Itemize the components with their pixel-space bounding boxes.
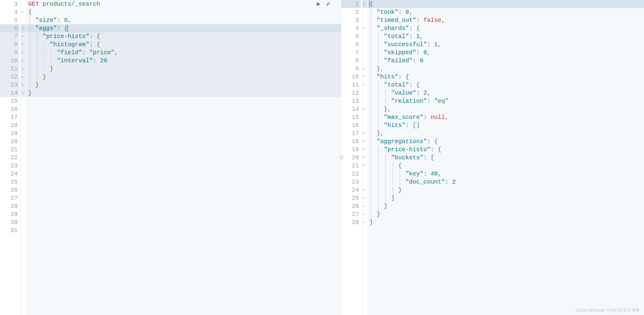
fold-marker[interactable]: ▴ <box>21 57 26 65</box>
code-line[interactable]: │ │ │ ] <box>368 194 644 202</box>
line-number: 19 <box>0 129 19 137</box>
code-line[interactable] <box>26 154 341 162</box>
request-editor[interactable]: GET products/_search{│ "size": 0,│ "aggs… <box>26 0 341 315</box>
code-line[interactable] <box>26 121 341 129</box>
code-line[interactable] <box>26 97 341 105</box>
watermark: CSDN @Elastic 中国社区官方博客 <box>575 308 640 313</box>
code-line[interactable]: │ │ │ │ "interval": 20 <box>26 57 341 65</box>
code-line[interactable]: │ │ "skipped": 0, <box>368 49 644 57</box>
fold-marker[interactable]: ▴ <box>21 49 26 57</box>
code-line[interactable]: │ "size": 0, <box>26 16 341 24</box>
code-line[interactable]: │ │ │ │ "field": "price", <box>26 49 341 57</box>
code-line[interactable]: GET products/_search <box>26 0 341 8</box>
code-line[interactable]: │ }, <box>368 129 644 137</box>
fold-gutter[interactable]: ▾▾▴▾▾▴▴▾▾▾▾▴▴▴▴▴ <box>362 0 367 315</box>
code-line[interactable] <box>26 113 341 121</box>
code-line[interactable]: { <box>368 0 644 8</box>
fold-marker[interactable]: ▴ <box>362 194 367 202</box>
code-line[interactable]: │ │ │ │ │ "doc_count": 2 <box>368 178 644 186</box>
code-line[interactable]: │ │ │ │ │ "key": 40, <box>368 170 644 178</box>
code-line[interactable]: │ │ "price-histo": { <box>368 146 644 154</box>
pane-splitter[interactable]: || <box>339 155 343 160</box>
code-line[interactable]: │ │ │ "buckets": [ <box>368 154 644 162</box>
fold-marker <box>362 178 367 186</box>
code-line[interactable]: │ │ "successful": 1, <box>368 40 644 49</box>
options-button[interactable] <box>325 1 332 8</box>
line-number: 31 <box>0 226 19 234</box>
code-line[interactable]: │ "_shards": { <box>368 24 644 32</box>
fold-marker[interactable]: ▴ <box>362 65 367 73</box>
code-line[interactable] <box>26 194 341 202</box>
code-line[interactable]: │ │ "hits": [] <box>368 121 644 129</box>
code-line[interactable] <box>26 226 341 234</box>
line-number: 23 <box>0 162 19 170</box>
code-line[interactable] <box>26 202 341 210</box>
fold-marker[interactable]: ▴ <box>362 105 367 113</box>
code-line[interactable]: } <box>368 218 644 226</box>
fold-marker[interactable]: ▾ <box>362 81 367 89</box>
code-line[interactable] <box>26 218 341 226</box>
code-line[interactable]: │ │ │ │ } <box>368 186 644 194</box>
run-button[interactable] <box>315 1 322 8</box>
fold-marker[interactable]: ▴ <box>21 73 26 81</box>
fold-marker[interactable]: ▾ <box>362 73 367 81</box>
fold-marker[interactable]: ▾ <box>21 40 26 49</box>
code-line[interactable] <box>26 178 341 186</box>
code-line[interactable]: │ } <box>368 210 644 218</box>
fold-marker[interactable]: ▾ <box>21 8 26 16</box>
code-line[interactable] <box>26 137 341 146</box>
fold-marker[interactable]: ▾ <box>362 146 367 154</box>
code-line[interactable]: │ "timed_out": false, <box>368 16 644 24</box>
code-line[interactable]: { <box>26 8 341 16</box>
fold-marker[interactable]: ▾ <box>362 24 367 32</box>
fold-gutter[interactable]: ▾▾▾▾▴▴▴▴▴▴ <box>21 0 26 315</box>
code-line[interactable]: │ │ "price-histo": { <box>26 32 341 40</box>
code-line[interactable]: │ │ } <box>368 202 644 210</box>
code-line[interactable]: │ "hits": { <box>368 73 644 81</box>
code-line[interactable]: │ │ "total": 1, <box>368 32 644 40</box>
fold-marker[interactable]: ▴ <box>21 81 26 89</box>
fold-marker[interactable]: ▾ <box>362 162 367 170</box>
code-line[interactable]: │ }, <box>368 65 644 73</box>
fold-marker[interactable]: ▴ <box>362 129 367 137</box>
code-line[interactable] <box>26 170 341 178</box>
code-line[interactable] <box>26 129 341 137</box>
code-line[interactable]: │ │ "total": { <box>368 81 644 89</box>
code-line[interactable]: │ │ "max_score": null, <box>368 113 644 121</box>
code-line[interactable]: │ │ │ } <box>26 65 341 73</box>
code-line[interactable]: │ │ "failed": 0 <box>368 57 644 65</box>
fold-marker[interactable]: ▴ <box>21 89 26 97</box>
fold-marker <box>362 8 367 16</box>
fold-marker[interactable]: ▾ <box>362 0 367 8</box>
request-editor-pane: 3456789101112131415161718192021222324252… <box>0 0 341 315</box>
code-line[interactable]: │ "aggs": { <box>26 24 341 32</box>
fold-marker[interactable]: ▴ <box>362 186 367 194</box>
line-number: 22 <box>341 170 361 178</box>
code-line[interactable]: │ "took": 0, <box>368 8 644 16</box>
code-line[interactable] <box>26 162 341 170</box>
code-line[interactable]: │ "aggregations": { <box>368 137 644 146</box>
code-line[interactable] <box>26 186 341 194</box>
code-line[interactable]: │ │ │ │ { <box>368 162 644 170</box>
code-line[interactable] <box>26 210 341 218</box>
code-line[interactable]: │ │ │ "value": 2, <box>368 89 644 97</box>
code-line[interactable]: │ │ │ "histogram": { <box>26 40 341 49</box>
code-line[interactable]: │ │ } <box>26 73 341 81</box>
code-line[interactable]: │ │ }, <box>368 105 644 113</box>
code-line[interactable] <box>26 146 341 154</box>
code-line[interactable] <box>26 105 341 113</box>
fold-marker[interactable]: ▾ <box>21 24 26 32</box>
code-line[interactable]: │ │ │ "relation": "eq" <box>368 97 644 105</box>
fold-marker[interactable]: ▴ <box>21 65 26 73</box>
fold-marker[interactable]: ▾ <box>362 137 367 146</box>
response-viewer[interactable]: {│ "took": 0,│ "timed_out": false,│ "_sh… <box>368 0 644 315</box>
fold-marker <box>21 137 26 146</box>
fold-marker[interactable]: ▴ <box>362 202 367 210</box>
fold-marker[interactable]: ▴ <box>362 218 367 226</box>
code-line[interactable]: } <box>26 89 341 97</box>
fold-marker[interactable]: ▴ <box>362 210 367 218</box>
fold-marker[interactable]: ▾ <box>21 32 26 40</box>
code-line[interactable]: │ } <box>26 81 341 89</box>
fold-marker[interactable]: ▾ <box>362 154 367 162</box>
line-number: 20 <box>341 154 361 162</box>
